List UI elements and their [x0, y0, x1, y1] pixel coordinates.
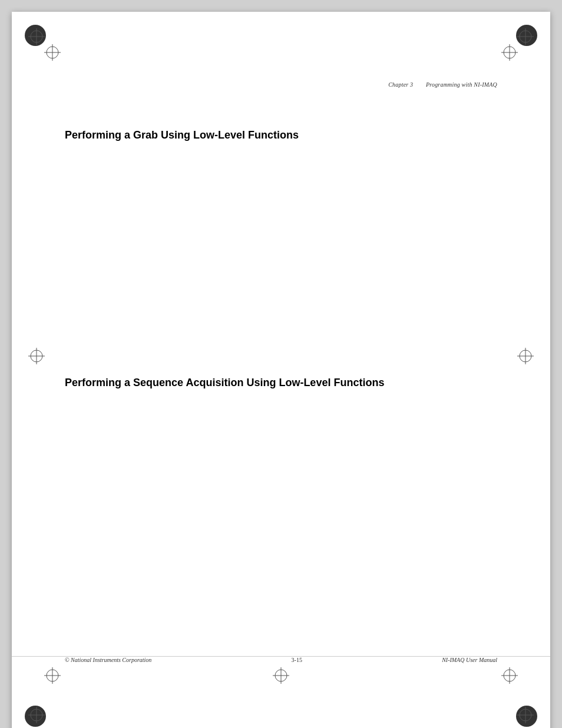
- crosshair-top-right-inner: [501, 44, 518, 61]
- document-page: Chapter 3 Programming with NI-IMAQ Perfo…: [12, 12, 550, 728]
- footer-page-number: 3-15: [292, 657, 302, 663]
- crosshair-top-left-outer: [28, 28, 45, 45]
- header-chapter-info: Chapter 3 Programming with NI-IMAQ: [388, 81, 497, 88]
- section-grab-heading: Performing a Grab Using Low-Level Functi…: [65, 129, 497, 142]
- footer-manual-title: NI-IMAQ User Manual: [442, 657, 497, 663]
- crosshair-bot-left-outer: [28, 707, 45, 723]
- page-header: Chapter 3 Programming with NI-IMAQ: [12, 81, 550, 88]
- footer-copyright: © National Instruments Corporation: [65, 657, 151, 663]
- crosshair-bot-right-inner: [501, 667, 518, 684]
- section-sequence-title: Performing a Sequence Acquisition Using …: [65, 376, 497, 390]
- header-subtitle: Programming with NI-IMAQ: [426, 81, 497, 88]
- section-grab-title: Performing a Grab Using Low-Level Functi…: [65, 129, 497, 142]
- page-footer: © National Instruments Corporation 3-15 …: [12, 656, 550, 663]
- section-sequence-heading: Performing a Sequence Acquisition Using …: [65, 376, 497, 390]
- crosshair-bot-center: [273, 667, 289, 684]
- header-chapter: Chapter 3: [388, 81, 413, 88]
- crosshair-top-left-inner: [44, 44, 61, 61]
- crosshair-bot-right-outer: [517, 707, 534, 723]
- crosshair-mid-left: [28, 348, 45, 364]
- crosshair-top-right-outer: [517, 28, 534, 45]
- crosshair-bot-left-inner: [44, 667, 61, 684]
- crosshair-mid-right: [517, 348, 534, 364]
